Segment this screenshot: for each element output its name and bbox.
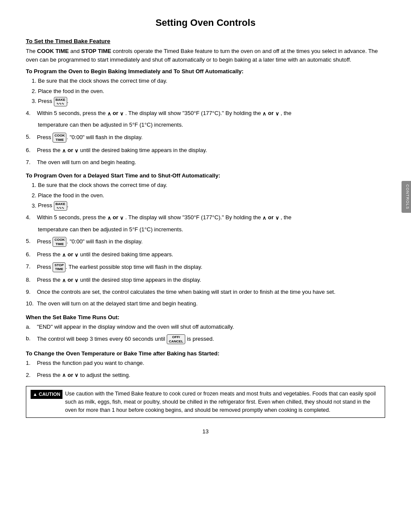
caution-text: Use caution with the Timed Bake feature … xyxy=(65,390,380,414)
off-cancel-button-icon: OFF/CANCEL xyxy=(167,334,185,344)
subsection3-title: When the Set Bake Time Runs Out: xyxy=(26,314,385,320)
subsection4-step2: 2. Press the ∧ or ∨ to adjust the settin… xyxy=(26,371,385,380)
page-number: 13 xyxy=(26,428,385,435)
subsection2-title: To Program Oven for a Delayed Start Time… xyxy=(26,172,385,179)
bake-button-icon: BAKE∿∿∿ xyxy=(54,97,67,106)
caution-block: ▲ CAUTION Use caution with the Timed Bak… xyxy=(26,386,385,418)
cook-time-button-icon2: COOKTIME xyxy=(53,237,66,247)
subsection4-title: To Change the Oven Temperature or Bake T… xyxy=(26,350,385,357)
step5-block2: 5. Press COOKTIME. "0:00" will flash in … xyxy=(26,237,385,247)
step6-block2: 6. Press the ∧ or ∨ until the desired ba… xyxy=(26,250,385,259)
subsection3-item-a: a. "END" will appear in the display wind… xyxy=(26,323,385,331)
step6-block1: 6. Press the ∧ or ∨ until the desired ba… xyxy=(26,146,385,155)
step4-block2: 4. Within 5 seconds, press the ∧ or ∨ . … xyxy=(26,213,385,222)
stop-time-button-icon: STOPTIME xyxy=(53,262,65,272)
section1-title: To Set the Timed Bake Feature xyxy=(26,38,385,44)
list-item: Press BAKE∿∿∿. xyxy=(38,97,385,106)
list-item: Place the food in the oven. xyxy=(38,87,385,96)
step10-block2: 10. The oven will turn on at the delayed… xyxy=(26,299,385,308)
bake-button-icon2: BAKE∿∿∿ xyxy=(54,201,67,211)
step4-block1: 4. Within 5 seconds, press the ∧ or ∨ . … xyxy=(26,109,385,118)
cook-time-button-icon: COOKTIME xyxy=(53,133,66,143)
step7-block2: 7. Press STOPTIME. The earliest possible… xyxy=(26,262,385,272)
subsection1-title: To Program the Oven to Begin Baking Imme… xyxy=(26,68,385,75)
subsection1-steps: Be sure that the clock shows the correct… xyxy=(38,77,385,106)
step5-block1: 5. Press COOKTIME. "0:00" will flash in … xyxy=(26,133,385,143)
list-item: Be sure that the clock shows the correct… xyxy=(38,181,385,190)
section1-intro: The COOK TIME and STOP TIME controls ope… xyxy=(26,47,385,64)
side-tab: CONTROLS xyxy=(402,181,411,213)
step4-continued1: temperature can then be adjusted in 5°F … xyxy=(38,121,385,129)
list-item: Be sure that the clock shows the correct… xyxy=(38,77,385,85)
list-item: Place the food in the oven. xyxy=(38,191,385,200)
subsection2-steps: Be sure that the clock shows the correct… xyxy=(38,181,385,211)
subsection4-step1: 1. Press the function pad you want to ch… xyxy=(26,359,385,367)
step9-block2: 9. Once the controls are set, the contro… xyxy=(26,288,385,296)
list-item: Press BAKE∿∿∿. xyxy=(38,201,385,211)
step8-block2: 8. Press the ∧ or ∨ until the desired st… xyxy=(26,276,385,284)
step4-continued2: temperature can then be adjusted in 5°F … xyxy=(38,225,385,234)
step7-block1: 7. The oven will turn on and begin heati… xyxy=(26,158,385,167)
caution-label: ▲ CAUTION xyxy=(31,390,62,399)
page-container: Setting Oven Controls To Set the Timed B… xyxy=(0,0,411,452)
subsection3-item-b: b. The control will beep 3 times every 6… xyxy=(26,334,385,344)
page-title: Setting Oven Controls xyxy=(26,17,385,28)
